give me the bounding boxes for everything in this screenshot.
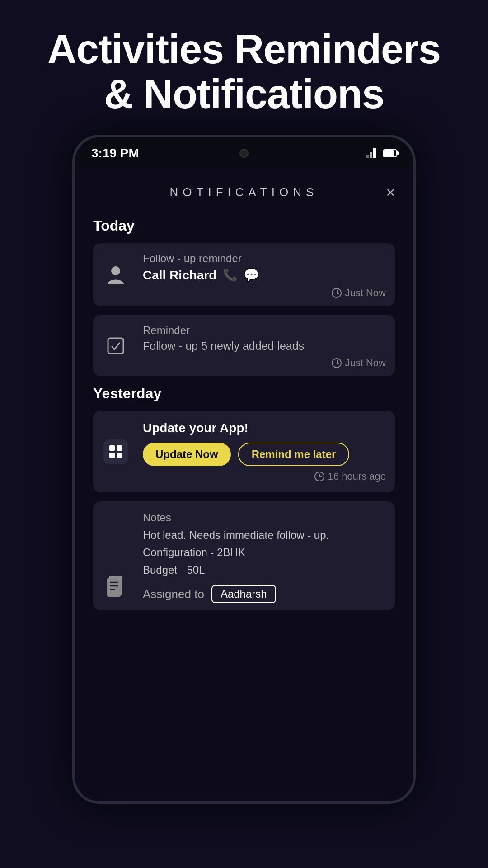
follow-up-card: Follow - up reminder Call Richard 📞 💬 Ju…	[93, 243, 395, 306]
svg-marker-1	[370, 152, 372, 158]
svg-rect-5	[109, 445, 115, 451]
svg-marker-2	[373, 148, 376, 158]
clock-icon-3	[314, 472, 324, 481]
status-bar: 3:19 PM	[75, 137, 413, 169]
battery-icon	[383, 149, 397, 157]
clock-icon	[332, 288, 342, 298]
notifications-title: NOTIFICATIONS	[170, 185, 319, 199]
phone-frame: 3:19 PM NOTIFICATIONS × Today	[72, 135, 416, 804]
follow-up-icon-col	[93, 243, 138, 306]
svg-point-3	[111, 266, 120, 275]
follow-up-main: Call Richard 📞 💬	[143, 268, 386, 283]
assigned-row: Assigned to Aadharsh	[143, 585, 386, 603]
reminder-icon-col	[93, 315, 138, 376]
update-icon-col	[93, 411, 138, 492]
notes-icon	[107, 576, 124, 597]
clock-icon-2	[332, 358, 342, 368]
signal-icon	[366, 148, 379, 158]
reminder-sub: Follow - up 5 newly added leads	[143, 340, 386, 353]
remind-later-button[interactable]: Remind me later	[238, 443, 350, 466]
update-title: Update your App!	[143, 421, 386, 435]
checkbox-icon	[107, 337, 124, 354]
notes-text: Hot lead. Needs immediate follow - up. C…	[143, 527, 386, 579]
update-card: Update your App! Update Now Remind me la…	[93, 411, 395, 492]
section-today: Today	[93, 217, 395, 234]
phone-call-icon[interactable]: 📞	[223, 268, 237, 282]
notifications-content: Today Follow - up reminder Call Richard …	[75, 208, 413, 624]
update-body: Update your App! Update Now Remind me la…	[138, 411, 395, 492]
follow-up-time: Just Now	[143, 287, 386, 299]
reminder-time: Just Now	[143, 357, 386, 369]
camera-dot	[239, 149, 249, 158]
reminder-body: Reminder Follow - up 5 newly added leads…	[138, 315, 395, 376]
update-buttons: Update Now Remind me later	[143, 443, 386, 466]
close-button[interactable]: ×	[386, 184, 395, 201]
notes-label: Notes	[143, 511, 386, 524]
person-icon	[108, 265, 124, 284]
svg-rect-4	[108, 338, 123, 354]
app-icon	[103, 439, 128, 464]
follow-up-type: Follow - up reminder	[143, 252, 386, 265]
reminder-card: Reminder Follow - up 5 newly added leads…	[93, 315, 395, 376]
reminder-type: Reminder	[143, 324, 386, 337]
notifications-screen: NOTIFICATIONS × Today Follow - up remind…	[75, 169, 413, 801]
notes-card: Notes Hot lead. Needs immediate follow -…	[93, 501, 395, 610]
svg-marker-0	[366, 155, 369, 158]
update-time: 16 hours ago	[143, 471, 386, 482]
assigned-badge: Aadharsh	[211, 585, 276, 603]
svg-rect-7	[109, 453, 115, 458]
status-icons	[366, 148, 397, 158]
section-yesterday: Yesterday	[93, 385, 395, 402]
whatsapp-icon[interactable]: 💬	[244, 268, 259, 283]
update-now-button[interactable]: Update Now	[143, 443, 231, 466]
notes-body: Notes Hot lead. Needs immediate follow -…	[138, 501, 395, 610]
notes-icon-col	[93, 501, 138, 610]
assigned-label: Assigned to	[143, 587, 204, 601]
svg-rect-10	[107, 578, 121, 597]
page-header: Activities Reminders & Notifications	[0, 0, 488, 135]
svg-rect-8	[117, 453, 122, 458]
notifications-header: NOTIFICATIONS ×	[75, 169, 413, 208]
page-title: Activities Reminders & Notifications	[36, 27, 452, 117]
status-time: 3:19 PM	[91, 146, 139, 160]
svg-rect-6	[117, 445, 122, 451]
follow-up-body: Follow - up reminder Call Richard 📞 💬 Ju…	[138, 243, 395, 306]
